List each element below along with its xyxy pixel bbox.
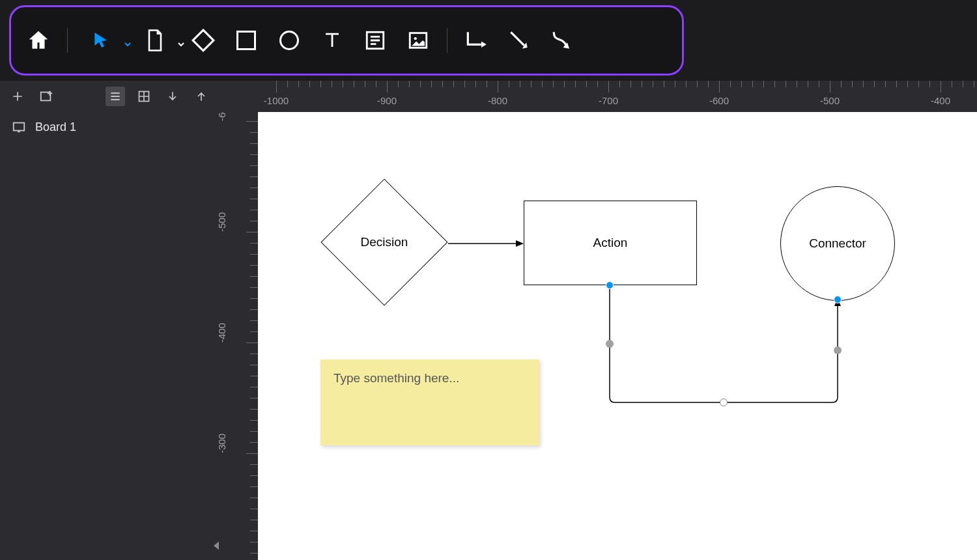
rectangle-tool-button[interactable] <box>232 26 261 55</box>
connector-midpoint[interactable] <box>720 399 728 406</box>
connector-midpoint[interactable] <box>606 340 614 348</box>
connector-midpoint[interactable] <box>834 346 842 354</box>
board-item[interactable]: Board 1 <box>0 112 219 142</box>
ruler-label: -400 <box>216 323 227 343</box>
connector-endpoint[interactable] <box>834 296 842 303</box>
svg-rect-0 <box>238 32 255 49</box>
ruler-label: -300 <box>216 434 227 453</box>
connector-endpoint[interactable] <box>606 281 614 289</box>
list-view-button[interactable] <box>106 87 125 106</box>
toolbar-separator <box>447 28 447 53</box>
add-board-button[interactable] <box>36 87 56 106</box>
elbow-connector-button[interactable] <box>462 26 490 55</box>
note-tool-button[interactable] <box>361 26 389 55</box>
arrow-down-button[interactable] <box>163 87 182 106</box>
canvas[interactable]: Decision Action Connector Type something… <box>258 112 977 560</box>
grid-view-button[interactable] <box>134 87 154 106</box>
pointer-tool-button[interactable] <box>82 26 121 55</box>
diamond-tool-button[interactable] <box>189 26 218 55</box>
home-button[interactable] <box>24 26 53 55</box>
svg-point-1 <box>281 32 298 49</box>
page-tool-button[interactable] <box>135 26 175 55</box>
board-label: Board 1 <box>35 120 76 134</box>
ruler-label: -600 <box>709 95 729 106</box>
horizontal-ruler[interactable]: -1000 -900 -800 -700 -600 -500 -400 <box>219 81 977 112</box>
connector-arrow[interactable] <box>448 240 526 247</box>
boards-sidebar: Board 1 <box>0 112 219 560</box>
sticky-note[interactable]: Type something here... <box>320 359 539 445</box>
arrow-up-button[interactable] <box>191 87 211 106</box>
ruler-label: -1000 <box>264 95 289 106</box>
shape-label: Decision <box>361 235 408 249</box>
ruler-label: -800 <box>488 95 507 106</box>
circle-tool-button[interactable] <box>275 26 304 55</box>
chevron-down-icon <box>176 39 186 49</box>
curved-connector-button[interactable] <box>548 26 576 55</box>
panel-toolbar <box>0 81 219 112</box>
toolbar-separator <box>67 28 68 53</box>
ruler-label: -500 <box>216 212 227 232</box>
text-tool-button[interactable] <box>318 26 347 55</box>
ruler-label: -500 <box>820 95 840 106</box>
straight-connector-button[interactable] <box>505 26 533 55</box>
shape-label: Action <box>593 236 628 250</box>
ruler-label: -700 <box>599 95 618 106</box>
ruler-corner <box>219 81 258 112</box>
sticky-placeholder: Type something here... <box>333 371 459 385</box>
board-icon <box>12 120 26 134</box>
decision-shape[interactable]: Decision <box>320 178 448 306</box>
add-button[interactable] <box>8 87 27 106</box>
elbow-connector[interactable] <box>603 283 844 406</box>
shape-label: Connector <box>809 236 866 251</box>
action-shape[interactable]: Action <box>524 201 697 285</box>
chevron-down-icon <box>122 39 133 49</box>
vertical-ruler[interactable]: -600 -500 -400 -300 <box>219 112 258 560</box>
svg-rect-7 <box>14 123 25 131</box>
ruler-label: -400 <box>931 95 950 106</box>
ruler-label: -900 <box>377 95 397 106</box>
image-tool-button[interactable] <box>404 26 432 55</box>
main-toolbar <box>9 5 684 76</box>
svg-point-4 <box>414 37 417 40</box>
